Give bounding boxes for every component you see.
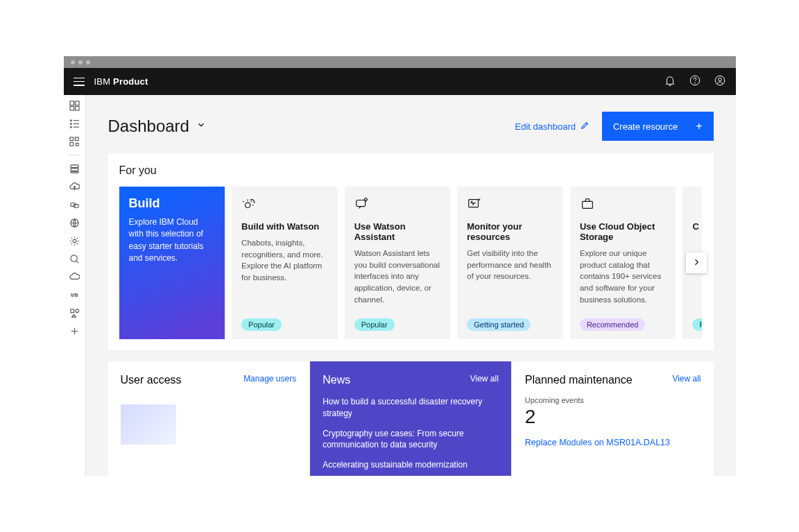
sidebar-cloud2-icon[interactable]: [68, 271, 80, 283]
svg-point-27: [75, 309, 78, 312]
svg-rect-20: [70, 171, 78, 173]
page-title-dropdown[interactable]: Dashboard: [108, 117, 206, 136]
sidebar-shapes-icon[interactable]: [68, 307, 80, 319]
svg-rect-7: [75, 106, 79, 110]
card-watson-assistant[interactable]: Use Watson Assistant Watson Assistant le…: [345, 187, 451, 339]
for-you-title: For you: [119, 164, 703, 177]
sidebar-gear-icon[interactable]: [68, 234, 80, 247]
svg-rect-16: [69, 142, 73, 146]
tag-getting-started: Getting started: [467, 318, 531, 331]
maintenance-panel: Planned maintenance View all Upcoming ev…: [513, 361, 714, 476]
svg-rect-14: [69, 137, 73, 140]
page-title: Dashboard: [108, 117, 189, 136]
user-access-panel: User access Manage users: [108, 361, 309, 476]
sidebar-list-icon[interactable]: [68, 117, 80, 130]
window-close-dot[interactable]: [71, 60, 75, 65]
sidebar-globe-icon[interactable]: [68, 216, 80, 229]
svg-point-12: [70, 126, 71, 128]
news-panel: News View all How to build a successful …: [310, 361, 511, 476]
edit-dashboard-link[interactable]: Edit dashboard: [515, 121, 589, 132]
svg-point-28: [246, 203, 250, 207]
svg-point-8: [70, 119, 71, 121]
upcoming-label: Upcoming events: [525, 396, 701, 404]
news-item[interactable]: How to build a successful disaster recov…: [323, 396, 499, 420]
user-access-title: User access: [121, 374, 182, 386]
maintenance-view-all-link[interactable]: View all: [672, 374, 701, 384]
svg-rect-32: [583, 201, 593, 208]
chat-icon: [354, 196, 441, 212]
user-access-illustration: [121, 404, 176, 445]
chevron-right-icon: [692, 257, 701, 269]
panels-row: User access Manage users News View all H…: [108, 361, 714, 476]
card-monitor[interactable]: Monitor your resources Get visibility in…: [457, 187, 563, 339]
svg-point-1: [694, 83, 695, 83]
svg-point-24: [73, 239, 76, 243]
svg-rect-26: [70, 309, 74, 312]
sidebar-add-icon[interactable]: [68, 325, 80, 337]
account-icon[interactable]: [714, 74, 726, 89]
build-card[interactable]: Build Explore IBM Cloud with this select…: [119, 187, 225, 339]
svg-rect-19: [70, 168, 78, 171]
svg-rect-31: [469, 200, 479, 207]
svg-point-25: [70, 255, 76, 261]
edit-icon: [580, 121, 590, 132]
tag-recommended: Recommended: [580, 318, 646, 331]
chevron-down-icon: [196, 120, 206, 132]
svg-rect-5: [75, 101, 79, 105]
sidebar-divider: [68, 155, 80, 155]
svg-rect-4: [69, 101, 74, 105]
hamburger-menu[interactable]: [74, 78, 85, 86]
maintenance-item-link[interactable]: Replace Modules on MSR01A.DAL13: [525, 438, 701, 447]
upcoming-count: 2: [525, 406, 701, 428]
tag-popular: Popular: [241, 318, 282, 331]
window-max-dot[interactable]: [86, 60, 90, 65]
cards-row: Build Explore IBM Cloud with this select…: [119, 187, 703, 339]
svg-point-30: [364, 198, 367, 201]
sidebar-cloud-icon[interactable]: [68, 180, 80, 193]
svg-rect-18: [70, 164, 78, 167]
svg-point-3: [718, 78, 721, 81]
pulse-icon: [467, 196, 553, 212]
mac-titlebar: [64, 56, 736, 68]
sidebar-vm-icon[interactable]: vm: [68, 289, 80, 301]
sun-icon: [241, 196, 328, 212]
help-icon[interactable]: [689, 74, 701, 89]
notifications-icon[interactable]: [664, 74, 676, 89]
sidebar-search-icon[interactable]: [68, 252, 80, 265]
card-build-watson[interactable]: Build with Watson Chabots, insights, rec…: [232, 187, 338, 339]
sidebar: vm: [64, 95, 86, 476]
for-you-section: For you Build Explore IBM Cloud with thi…: [108, 153, 714, 350]
svg-rect-17: [76, 143, 78, 146]
card-object-storage[interactable]: Use Cloud Object Storage Explore our uni…: [570, 187, 676, 339]
page-header: Dashboard Edit dashboard Create resource…: [86, 95, 736, 153]
content-area: Dashboard Edit dashboard Create resource…: [86, 95, 736, 476]
svg-point-10: [70, 123, 71, 124]
briefcase-icon: [580, 196, 667, 212]
manage-users-link[interactable]: Manage users: [243, 374, 296, 384]
brand-label: IBM Product: [94, 76, 148, 87]
topbar: IBM Product: [64, 68, 736, 95]
tag-popular: Popular: [354, 318, 395, 331]
plus-icon: +: [696, 120, 702, 132]
news-view-all-link[interactable]: View all: [470, 374, 499, 384]
sidebar-link-icon[interactable]: [68, 198, 80, 211]
app-window: IBM Product vm: [64, 56, 736, 476]
svg-rect-29: [356, 200, 365, 207]
sidebar-db-icon[interactable]: [68, 162, 80, 175]
create-resource-button[interactable]: Create resource +: [602, 112, 714, 141]
sidebar-apps-icon[interactable]: [68, 135, 80, 148]
news-item[interactable]: Cryptography use cases: From secure comm…: [323, 428, 499, 452]
news-item[interactable]: Accelerating sustainable modernization: [323, 459, 499, 471]
window-min-dot[interactable]: [78, 60, 83, 65]
sidebar-grid-icon[interactable]: [68, 99, 80, 112]
news-title: News: [323, 374, 350, 386]
svg-point-2: [715, 76, 725, 85]
maintenance-title: Planned maintenance: [525, 374, 633, 386]
scroll-next-button[interactable]: [686, 252, 707, 273]
svg-rect-15: [75, 137, 78, 140]
svg-rect-6: [69, 106, 74, 110]
